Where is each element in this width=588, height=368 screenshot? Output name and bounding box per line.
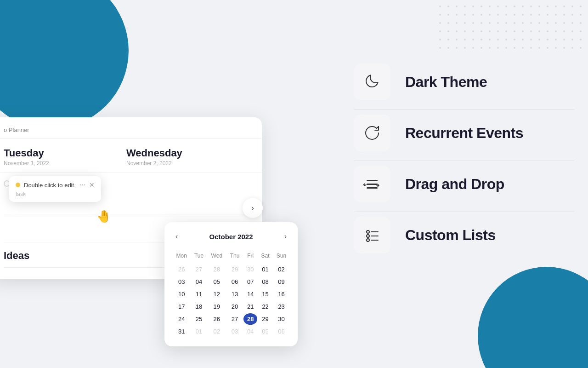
- svg-point-59: [481, 30, 482, 32]
- svg-point-17: [580, 6, 582, 7]
- svg-point-10: [522, 6, 524, 7]
- svg-point-27: [514, 14, 515, 16]
- calendar-day[interactable]: 10: [173, 288, 190, 300]
- svg-point-7: [497, 6, 499, 7]
- calendar-week-row: 03040506070809: [173, 276, 289, 288]
- calendar-day[interactable]: 04: [191, 276, 206, 288]
- feature-divider-3: [354, 212, 574, 212]
- svg-rect-109: [367, 184, 378, 185]
- calendar-day[interactable]: 02: [273, 264, 289, 275]
- svg-point-13: [547, 6, 548, 7]
- calendar-day[interactable]: 20: [227, 301, 243, 312]
- calendar-day[interactable]: 05: [208, 276, 226, 288]
- calendar-day[interactable]: 06: [227, 276, 243, 288]
- calendar-day[interactable]: 11: [191, 288, 206, 300]
- svg-point-49: [547, 22, 548, 24]
- task-close-icon[interactable]: ✕: [89, 181, 95, 189]
- svg-point-105: [563, 47, 565, 49]
- svg-point-44: [505, 22, 507, 24]
- svg-point-61: [497, 30, 499, 32]
- calendar-day[interactable]: 08: [258, 276, 272, 288]
- feature-divider-1: [354, 109, 574, 110]
- planner-header: o Planner: [0, 117, 262, 139]
- task-more-icon[interactable]: ···: [79, 181, 85, 189]
- list-icon: [363, 226, 381, 244]
- svg-point-9: [514, 6, 515, 7]
- svg-point-89: [580, 39, 582, 40]
- svg-point-16: [571, 6, 573, 7]
- calendar-week-row: 31010203040506: [173, 326, 289, 337]
- calendar-day[interactable]: 22: [258, 301, 272, 312]
- calendar-day[interactable]: 30: [273, 313, 289, 325]
- calendar-day[interactable]: 25: [191, 313, 206, 325]
- svg-point-26: [505, 14, 507, 16]
- svg-point-54: [439, 30, 441, 32]
- svg-point-97: [497, 47, 499, 49]
- drag-drop-label: Drag and Drop: [405, 176, 504, 193]
- svg-point-6: [489, 6, 491, 7]
- calendar-prev-button[interactable]: ‹: [172, 230, 181, 242]
- svg-point-45: [514, 22, 515, 24]
- custom-lists-label: Custom Lists: [405, 227, 496, 244]
- recurrent-events-icon-box: [354, 115, 390, 151]
- svg-point-52: [571, 22, 573, 24]
- svg-point-64: [522, 30, 524, 32]
- svg-point-56: [456, 30, 458, 32]
- calendar-day: 04: [243, 326, 257, 337]
- svg-rect-110: [367, 187, 378, 189]
- calendar-day[interactable]: 28: [243, 313, 257, 325]
- svg-point-38: [456, 22, 458, 24]
- calendar-day[interactable]: 27: [227, 313, 243, 325]
- svg-point-2: [456, 6, 458, 7]
- svg-point-107: [580, 47, 582, 49]
- svg-point-67: [547, 30, 548, 32]
- dark-theme-icon-box: [354, 63, 390, 100]
- svg-point-4: [472, 6, 474, 7]
- weekday-mon: Mon: [173, 251, 190, 263]
- task-popup-header: Double click to edit ··· ✕: [16, 181, 95, 189]
- calendar-day[interactable]: 13: [227, 288, 243, 300]
- calendar-day[interactable]: 19: [208, 301, 226, 312]
- next-day-button[interactable]: ›: [243, 198, 263, 218]
- svg-point-65: [530, 30, 532, 32]
- calendar-day[interactable]: 09: [273, 276, 289, 288]
- calendar-day[interactable]: 18: [191, 301, 206, 312]
- calendar-day[interactable]: 23: [273, 301, 289, 312]
- svg-point-41: [481, 22, 482, 24]
- bg-circle-bottom-right: [478, 267, 588, 368]
- svg-point-99: [514, 47, 515, 49]
- calendar-day[interactable]: 17: [173, 301, 190, 312]
- svg-point-39: [464, 22, 466, 24]
- calendar-next-button[interactable]: ›: [281, 230, 290, 242]
- svg-point-12: [538, 6, 540, 7]
- calendar-day[interactable]: 12: [208, 288, 226, 300]
- calendar-day[interactable]: 31: [173, 326, 190, 337]
- calendar-day[interactable]: 29: [258, 313, 272, 325]
- svg-point-95: [481, 47, 482, 49]
- calendar-week-row: 26272829300102: [173, 264, 289, 275]
- svg-point-70: [571, 30, 573, 32]
- calendar-day[interactable]: 16: [273, 288, 289, 300]
- svg-point-101: [530, 47, 532, 49]
- calendar-day[interactable]: 24: [173, 313, 190, 325]
- svg-point-5: [481, 6, 482, 7]
- moon-icon: [363, 73, 381, 91]
- calendar-day[interactable]: 15: [258, 288, 272, 300]
- svg-point-60: [489, 30, 491, 32]
- calendar-day[interactable]: 21: [243, 301, 257, 312]
- weekday-thu: Thu: [227, 251, 243, 263]
- calendar-day[interactable]: 26: [208, 313, 226, 325]
- calendar-day: 05: [258, 326, 272, 337]
- planner-days: Tuesday November 1, 2022 Wednesday Novem…: [0, 139, 262, 172]
- svg-point-24: [489, 14, 491, 16]
- svg-point-113: [367, 235, 369, 237]
- calendar-day[interactable]: 07: [243, 276, 257, 288]
- svg-point-79: [497, 39, 499, 40]
- svg-point-50: [555, 22, 557, 24]
- calendar-day[interactable]: 03: [173, 276, 190, 288]
- bg-circle-top-left: [0, 0, 129, 129]
- svg-rect-108: [367, 180, 378, 181]
- calendar-day[interactable]: 14: [243, 288, 257, 300]
- svg-point-93: [464, 47, 466, 49]
- calendar-day[interactable]: 01: [258, 264, 272, 275]
